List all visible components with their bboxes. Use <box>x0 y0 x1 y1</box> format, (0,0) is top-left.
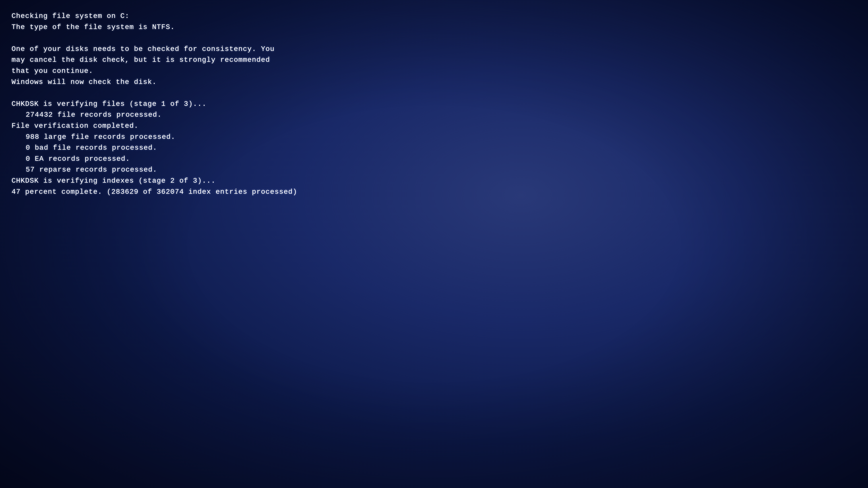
terminal-line <box>11 88 857 98</box>
terminal-line: The type of the file system is NTFS. <box>11 22 857 33</box>
terminal-line: CHKDSK is verifying files (stage 1 of 3)… <box>11 98 857 110</box>
terminal-line: 274432 file records processed. <box>11 110 857 120</box>
terminal-line: 0 bad file records processed. <box>11 142 857 153</box>
terminal-line: Windows will now check the disk. <box>11 77 857 88</box>
terminal-line: CHKDSK is verifying indexes (stage 2 of … <box>11 175 857 186</box>
terminal-line: File verification completed. <box>11 120 857 131</box>
terminal-line: One of your disks needs to be checked fo… <box>11 43 857 55</box>
terminal-line: Checking file system on C: <box>11 11 857 22</box>
terminal-output: Checking file system on C:The type of th… <box>11 11 857 197</box>
terminal-line: 57 reparse records processed. <box>11 164 857 175</box>
terminal-line: 47 percent complete. (283629 of 362074 i… <box>11 186 857 197</box>
terminal-line: 0 EA records processed. <box>11 153 857 164</box>
terminal-line: 988 large file records processed. <box>11 131 857 143</box>
terminal-line: that you continue. <box>11 65 857 77</box>
terminal-line <box>11 33 857 43</box>
terminal-line: may cancel the disk check, but it is str… <box>11 55 857 65</box>
